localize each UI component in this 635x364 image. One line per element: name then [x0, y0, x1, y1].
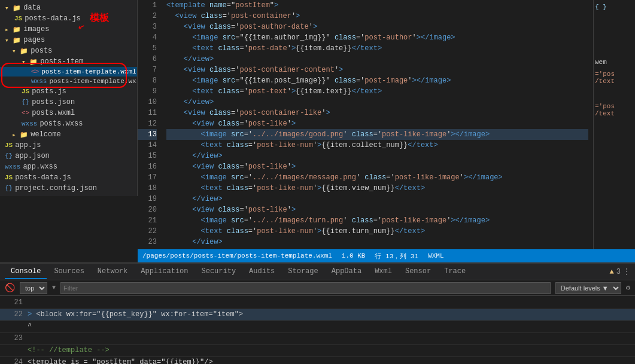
sidebar-item-posts-item[interactable]: ▾ 📁 posts-item — [0, 56, 137, 67]
wxml-file-icon: <> — [31, 68, 39, 75]
console-content: 21 22 > <block wx:for="{{post_key}}" wx:… — [0, 296, 635, 364]
sidebar-item-app-wxss[interactable]: wxss app.wxss — [0, 161, 137, 172]
folder-closed-icon2: ▸ 📁 — [12, 131, 28, 139]
filter-input[interactable] — [60, 282, 551, 294]
settings-icon[interactable]: ⚙ — [626, 283, 630, 292]
js-file-icon2: JS — [22, 88, 29, 95]
file-tree[interactable]: ▾ 📁 data JS posts-data.js ▸ 📁 images ▾ 📁… — [0, 0, 138, 196]
filter-arrow: ▼ — [52, 285, 56, 291]
wxss-file-icon2: wxss — [22, 120, 37, 127]
sidebar-label-images: images — [23, 25, 49, 33]
tab-audits[interactable]: Audits — [243, 265, 281, 279]
warning-count: 3 — [616, 268, 621, 276]
folder-closed-icon: ▸ 📁 — [5, 26, 21, 33]
right-hint-brace: { } — [595, 4, 634, 11]
tab-appdata[interactable]: AppData — [326, 265, 367, 279]
sidebar-item-posts-data-js[interactable]: JS posts-data.js — [0, 13, 137, 24]
tab-sources[interactable]: Sources — [48, 265, 90, 279]
status-size: 1.0 KB — [342, 252, 366, 259]
sidebar-label-app-js: app.js — [15, 141, 41, 149]
right-hint-pos2: ='pos — [595, 103, 634, 110]
sidebar-label-pages: pages — [23, 36, 45, 44]
code-editor: 1 2 3 4 5 6 7 8 9 10 11 12 13 14 15 16 1… — [138, 0, 635, 262]
code-line-5: <text class='post-date'>{{item.date}}</t… — [166, 43, 588, 54]
tab-application[interactable]: Application — [135, 265, 194, 279]
right-hint-wem: wem — [595, 59, 634, 66]
sidebar-item-pages[interactable]: ▾ 📁 pages — [0, 35, 137, 45]
console-line-24: 24 <template is = "postItem" data="{{ite… — [0, 357, 635, 364]
devtools-panel: Console Sources Network Application Secu… — [0, 262, 635, 364]
code-line-7: <view class='post-container-content'> — [166, 65, 588, 75]
line-numbers: 1 2 3 4 5 6 7 8 9 10 11 12 13 14 15 16 1… — [138, 0, 162, 249]
context-selector[interactable]: top — [20, 282, 47, 294]
js-file-icon4: JS — [5, 174, 13, 181]
sidebar-label-posts-json: posts.json — [32, 98, 75, 106]
code-line-4: <image src="{{item.author_img}}" class='… — [166, 32, 588, 43]
sidebar-item-images[interactable]: ▸ 📁 images — [0, 24, 137, 35]
code-line-11: <view class='post-container-like'> — [166, 108, 588, 118]
sidebar-item-posts-json[interactable]: {} posts.json — [0, 97, 137, 108]
sidebar-label-posts-data2-js: posts-data.js — [15, 173, 71, 182]
tab-trace[interactable]: Trace — [438, 265, 472, 279]
code-line-1: <template name="postItem"> — [166, 0, 588, 11]
sidebar-item-posts-js[interactable]: JS posts.js — [0, 86, 137, 97]
wxml-file-icon2: <> — [22, 109, 29, 117]
console-code-22: <block wx:for="{{post_key}}" wx:for-item… — [36, 310, 243, 319]
code-line-19: </view> — [166, 194, 588, 204]
console-line-21: 21 — [0, 297, 635, 309]
right-hints-panel: { } wem ='pos /text ='pos /text — [593, 0, 635, 249]
sidebar-item-welcome[interactable]: ▸ 📁 welcome — [0, 129, 137, 140]
folder-open-icon3: ▾ 📁 — [12, 47, 28, 55]
sidebar-item-app-json[interactable]: {} app.json — [0, 151, 137, 161]
sidebar-item-posts-wxml[interactable]: <> posts.wxml — [0, 108, 137, 118]
code-line-12: <view class='post-like'> — [166, 118, 588, 129]
code-line-3: <view class='post-author-date'> — [166, 22, 588, 32]
js-file-icon: JS — [14, 15, 22, 22]
warning-badge: ▲ — [610, 268, 614, 276]
code-line-13: <image src='../../images/good.png' class… — [166, 129, 588, 140]
status-type: WXML — [428, 252, 443, 259]
sidebar-item-posts-data2-js[interactable]: JS posts-data.js — [0, 172, 137, 183]
tab-storage[interactable]: Storage — [282, 265, 324, 279]
tab-wxml[interactable]: Wxml — [369, 265, 398, 279]
right-hint-text1: /text — [595, 78, 634, 85]
code-line-15: </view> — [166, 151, 588, 161]
sidebar-item-data[interactable]: ▾ 📁 data — [0, 2, 137, 13]
levels-selector[interactable]: Default levels ▼ — [555, 282, 621, 294]
code-content[interactable]: <template name="postItem"> <view class='… — [162, 0, 593, 249]
sidebar-label-posts-wxss: posts.wxss — [40, 120, 83, 128]
code-line-2: <view class='post-container'> — [166, 11, 588, 22]
sidebar-label-posts-item-template-wxml: posts-item-template.wxml — [41, 68, 136, 75]
sidebar-item-project-config[interactable]: {} project.config.json — [0, 183, 137, 194]
sidebar-label-data: data — [23, 4, 41, 12]
tab-security[interactable]: Security — [195, 265, 242, 279]
code-line-8: <image src="{{item.post_image}}" class='… — [166, 75, 588, 86]
status-bar: /pages/posts/posts-item/posts-item-templ… — [138, 249, 635, 262]
devtools-toolbar[interactable]: 🚫 top ▼ Default levels ▼ ⚙ — [0, 280, 635, 296]
sidebar-label-posts-item-template-wxss: posts-item-template.wxss — [49, 78, 138, 85]
sidebar-label-welcome: welcome — [31, 130, 60, 139]
code-line-23: </view> — [166, 237, 588, 247]
sidebar-label-posts-data-js: posts-data.js — [25, 14, 81, 23]
clear-console-icon[interactable]: 🚫 — [5, 283, 15, 293]
tab-sensor[interactable]: Sensor — [399, 265, 437, 279]
tab-console[interactable]: Console — [5, 265, 47, 279]
sidebar-item-posts[interactable]: ▾ 📁 posts — [0, 45, 137, 56]
code-line-17: <image src='../../images/message.png' cl… — [166, 172, 588, 183]
sidebar-item-posts-wxss[interactable]: wxss posts.wxss — [0, 118, 137, 129]
sidebar-item-posts-item-template-wxml[interactable]: <> posts-item-template.wxml — [0, 67, 137, 77]
folder-open-icon2: ▾ 📁 — [5, 36, 21, 44]
js-file-icon3: JS — [5, 142, 13, 149]
code-line-6: </view> — [166, 54, 588, 65]
sidebar-item-posts-item-template-wxss[interactable]: wxss posts-item-template.wxss — [0, 77, 137, 86]
console-caret-line: ^ — [0, 321, 635, 333]
code-line-18: <text class='post-like-num'>{{item.view_… — [166, 183, 588, 194]
code-line-10: </view> — [166, 97, 588, 108]
console-comment-line: <!-- //template --> — [0, 345, 635, 357]
vertical-dots-icon[interactable]: ⋮ — [623, 267, 630, 276]
devtools-tabs[interactable]: Console Sources Network Application Secu… — [0, 264, 635, 280]
tab-network[interactable]: Network — [92, 265, 133, 279]
sidebar-item-app-js[interactable]: JS app.js — [0, 140, 137, 151]
sidebar-label-app-wxss: app.wxss — [23, 163, 57, 171]
console-line-22: 22 > <block wx:for="{{post_key}}" wx:for… — [0, 309, 635, 321]
